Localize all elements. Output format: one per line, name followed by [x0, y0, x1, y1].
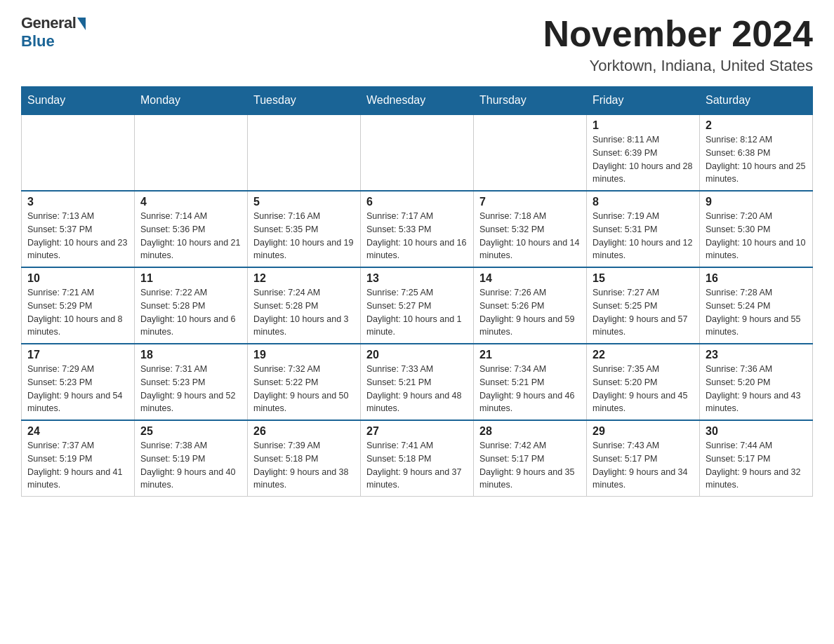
calendar-day-cell: 17Sunrise: 7:29 AM Sunset: 5:23 PM Dayli…	[22, 344, 135, 420]
calendar-week-row: 1Sunrise: 8:11 AM Sunset: 6:39 PM Daylig…	[22, 114, 813, 191]
calendar-day-cell	[22, 114, 135, 191]
day-info-text: Sunrise: 8:11 AM Sunset: 6:39 PM Dayligh…	[593, 133, 694, 186]
day-number: 5	[253, 196, 355, 208]
calendar-day-cell: 19Sunrise: 7:32 AM Sunset: 5:22 PM Dayli…	[248, 344, 361, 420]
day-info-text: Sunrise: 7:44 AM Sunset: 5:17 PM Dayligh…	[706, 439, 807, 492]
day-info-text: Sunrise: 7:24 AM Sunset: 5:28 PM Dayligh…	[253, 286, 355, 339]
calendar-day-cell: 25Sunrise: 7:38 AM Sunset: 5:19 PM Dayli…	[135, 420, 248, 497]
day-info-text: Sunrise: 7:29 AM Sunset: 5:23 PM Dayligh…	[27, 363, 128, 415]
calendar-day-cell: 7Sunrise: 7:18 AM Sunset: 5:32 PM Daylig…	[474, 191, 587, 267]
calendar-header-row: SundayMondayTuesdayWednesdayThursdayFrid…	[22, 87, 813, 115]
day-number: 27	[366, 425, 468, 438]
logo-arrow-icon	[77, 18, 86, 30]
day-info-text: Sunrise: 7:18 AM Sunset: 5:32 PM Dayligh…	[479, 210, 581, 262]
calendar-day-cell: 26Sunrise: 7:39 AM Sunset: 5:18 PM Dayli…	[248, 420, 361, 497]
logo-blue-text: Blue	[21, 32, 55, 51]
day-info-text: Sunrise: 7:21 AM Sunset: 5:29 PM Dayligh…	[27, 286, 128, 339]
calendar-day-cell: 3Sunrise: 7:13 AM Sunset: 5:37 PM Daylig…	[22, 191, 135, 267]
calendar-day-cell: 23Sunrise: 7:36 AM Sunset: 5:20 PM Dayli…	[700, 344, 813, 420]
day-info-text: Sunrise: 7:16 AM Sunset: 5:35 PM Dayligh…	[253, 210, 355, 262]
day-number: 11	[140, 272, 241, 285]
title-block: November 2024 Yorktown, Indiana, United …	[543, 14, 813, 75]
day-number: 20	[366, 349, 468, 361]
day-number: 18	[140, 349, 241, 361]
day-number: 29	[593, 425, 694, 438]
day-of-week-header: Wednesday	[361, 87, 474, 115]
day-number: 23	[706, 349, 807, 361]
day-of-week-header: Saturday	[700, 87, 813, 115]
logo-general-text: General	[21, 14, 76, 32]
calendar-day-cell	[248, 114, 361, 191]
calendar-week-row: 17Sunrise: 7:29 AM Sunset: 5:23 PM Dayli…	[22, 344, 813, 420]
day-info-text: Sunrise: 7:43 AM Sunset: 5:17 PM Dayligh…	[593, 439, 694, 492]
day-info-text: Sunrise: 7:38 AM Sunset: 5:19 PM Dayligh…	[140, 439, 241, 492]
day-number: 13	[366, 272, 468, 285]
day-number: 17	[27, 349, 128, 361]
calendar-day-cell: 22Sunrise: 7:35 AM Sunset: 5:20 PM Dayli…	[587, 344, 700, 420]
day-number: 19	[253, 349, 355, 361]
day-number: 26	[253, 425, 355, 438]
calendar-day-cell: 2Sunrise: 8:12 AM Sunset: 6:38 PM Daylig…	[700, 114, 813, 191]
calendar-table: SundayMondayTuesdayWednesdayThursdayFrid…	[21, 86, 813, 497]
day-of-week-header: Thursday	[474, 87, 587, 115]
day-info-text: Sunrise: 7:22 AM Sunset: 5:28 PM Dayligh…	[140, 286, 241, 339]
day-number: 21	[479, 349, 581, 361]
calendar-week-row: 24Sunrise: 7:37 AM Sunset: 5:19 PM Dayli…	[22, 420, 813, 497]
day-info-text: Sunrise: 7:35 AM Sunset: 5:20 PM Dayligh…	[593, 363, 694, 415]
day-info-text: Sunrise: 7:42 AM Sunset: 5:17 PM Dayligh…	[479, 439, 581, 492]
day-info-text: Sunrise: 7:14 AM Sunset: 5:36 PM Dayligh…	[140, 210, 241, 262]
calendar-day-cell	[135, 114, 248, 191]
day-info-text: Sunrise: 7:37 AM Sunset: 5:19 PM Dayligh…	[27, 439, 128, 492]
day-number: 22	[593, 349, 694, 361]
day-info-text: Sunrise: 7:36 AM Sunset: 5:20 PM Dayligh…	[706, 363, 807, 415]
day-info-text: Sunrise: 7:39 AM Sunset: 5:18 PM Dayligh…	[253, 439, 355, 492]
calendar-day-cell: 8Sunrise: 7:19 AM Sunset: 5:31 PM Daylig…	[587, 191, 700, 267]
day-number: 4	[140, 196, 241, 208]
day-info-text: Sunrise: 7:25 AM Sunset: 5:27 PM Dayligh…	[366, 286, 468, 339]
day-number: 7	[479, 196, 581, 208]
calendar-week-row: 10Sunrise: 7:21 AM Sunset: 5:29 PM Dayli…	[22, 267, 813, 344]
day-number: 8	[593, 196, 694, 208]
day-info-text: Sunrise: 7:34 AM Sunset: 5:21 PM Dayligh…	[479, 363, 581, 415]
calendar-day-cell: 11Sunrise: 7:22 AM Sunset: 5:28 PM Dayli…	[135, 267, 248, 344]
page-header: General Blue November 2024 Yorktown, Ind…	[21, 14, 813, 75]
day-info-text: Sunrise: 7:19 AM Sunset: 5:31 PM Dayligh…	[593, 210, 694, 262]
day-info-text: Sunrise: 8:12 AM Sunset: 6:38 PM Dayligh…	[706, 133, 807, 186]
calendar-day-cell: 27Sunrise: 7:41 AM Sunset: 5:18 PM Dayli…	[361, 420, 474, 497]
calendar-day-cell: 1Sunrise: 8:11 AM Sunset: 6:39 PM Daylig…	[587, 114, 700, 191]
day-of-week-header: Sunday	[22, 87, 135, 115]
calendar-day-cell	[361, 114, 474, 191]
day-number: 6	[366, 196, 468, 208]
calendar-day-cell: 16Sunrise: 7:28 AM Sunset: 5:24 PM Dayli…	[700, 267, 813, 344]
day-info-text: Sunrise: 7:32 AM Sunset: 5:22 PM Dayligh…	[253, 363, 355, 415]
day-info-text: Sunrise: 7:28 AM Sunset: 5:24 PM Dayligh…	[706, 286, 807, 339]
day-info-text: Sunrise: 7:13 AM Sunset: 5:37 PM Dayligh…	[27, 210, 128, 262]
day-info-text: Sunrise: 7:17 AM Sunset: 5:33 PM Dayligh…	[366, 210, 468, 262]
month-year-title: November 2024	[543, 14, 813, 54]
day-number: 9	[706, 196, 807, 208]
day-of-week-header: Friday	[587, 87, 700, 115]
day-of-week-header: Tuesday	[248, 87, 361, 115]
day-info-text: Sunrise: 7:20 AM Sunset: 5:30 PM Dayligh…	[706, 210, 807, 262]
calendar-day-cell: 20Sunrise: 7:33 AM Sunset: 5:21 PM Dayli…	[361, 344, 474, 420]
day-of-week-header: Monday	[135, 87, 248, 115]
logo: General Blue	[21, 14, 86, 51]
calendar-day-cell: 4Sunrise: 7:14 AM Sunset: 5:36 PM Daylig…	[135, 191, 248, 267]
calendar-day-cell: 10Sunrise: 7:21 AM Sunset: 5:29 PM Dayli…	[22, 267, 135, 344]
day-number: 16	[706, 272, 807, 285]
day-number: 1	[593, 119, 694, 132]
calendar-day-cell: 5Sunrise: 7:16 AM Sunset: 5:35 PM Daylig…	[248, 191, 361, 267]
day-number: 10	[27, 272, 128, 285]
calendar-day-cell: 28Sunrise: 7:42 AM Sunset: 5:17 PM Dayli…	[474, 420, 587, 497]
calendar-day-cell: 29Sunrise: 7:43 AM Sunset: 5:17 PM Dayli…	[587, 420, 700, 497]
calendar-day-cell: 15Sunrise: 7:27 AM Sunset: 5:25 PM Dayli…	[587, 267, 700, 344]
calendar-day-cell: 24Sunrise: 7:37 AM Sunset: 5:19 PM Dayli…	[22, 420, 135, 497]
calendar-day-cell: 6Sunrise: 7:17 AM Sunset: 5:33 PM Daylig…	[361, 191, 474, 267]
day-info-text: Sunrise: 7:33 AM Sunset: 5:21 PM Dayligh…	[366, 363, 468, 415]
calendar-day-cell: 14Sunrise: 7:26 AM Sunset: 5:26 PM Dayli…	[474, 267, 587, 344]
day-number: 3	[27, 196, 128, 208]
day-number: 28	[479, 425, 581, 438]
day-info-text: Sunrise: 7:27 AM Sunset: 5:25 PM Dayligh…	[593, 286, 694, 339]
calendar-day-cell	[474, 114, 587, 191]
location-subtitle: Yorktown, Indiana, United States	[543, 57, 813, 75]
